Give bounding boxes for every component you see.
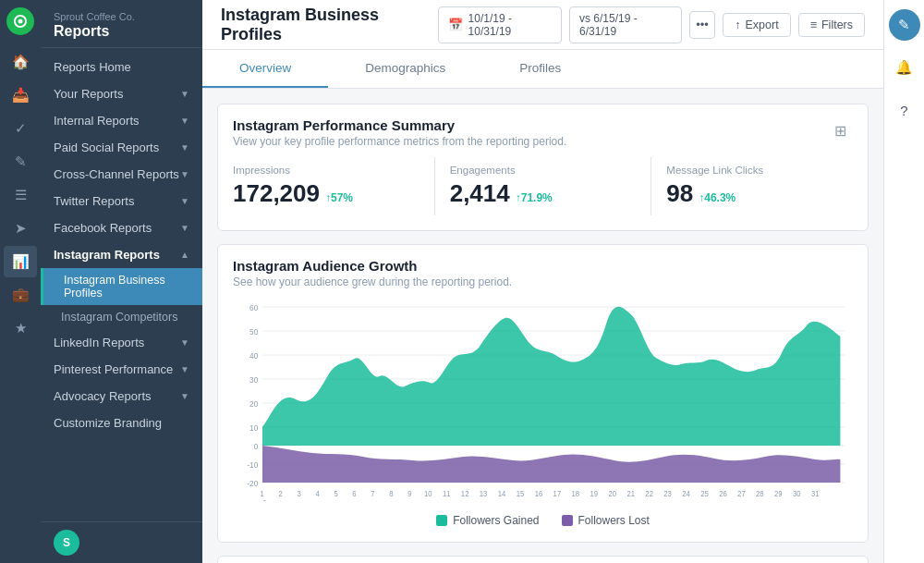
sidebar-item-advocacy-reports[interactable]: Advocacy Reports ▼ <box>41 383 202 410</box>
svg-point-0 <box>18 19 23 24</box>
nav-icon-send[interactable]: ➤ <box>4 213 37 244</box>
tab-profiles[interactable]: Profiles <box>482 50 598 88</box>
legend-lost: Followers Lost <box>562 514 650 527</box>
edit-button[interactable]: ✎ <box>889 9 920 41</box>
engagements-label: Engagements <box>450 165 637 176</box>
svg-text:8: 8 <box>389 490 394 498</box>
nav-icon-reports[interactable]: 📊 <box>4 246 37 277</box>
impressions-change: 57% <box>325 191 353 204</box>
app-title: Reports <box>54 23 189 40</box>
nav-icon-briefcase[interactable]: 💼 <box>4 279 37 311</box>
svg-text:20: 20 <box>249 399 258 409</box>
nav-icon-compose[interactable]: ✎ <box>4 146 37 177</box>
metric-impressions: Impressions 172,209 57% <box>218 157 435 215</box>
nav-icon-star[interactable]: ★ <box>4 312 37 344</box>
svg-text:14: 14 <box>498 490 506 498</box>
svg-text:23: 23 <box>663 490 672 498</box>
svg-text:30: 30 <box>249 375 258 385</box>
svg-text:11: 11 <box>443 490 451 498</box>
more-options-button[interactable]: ••• <box>689 11 715 39</box>
nav-icon-tasks[interactable]: ✓ <box>4 113 37 144</box>
sidebar-item-customize-branding[interactable]: Customize Branding <box>41 410 202 436</box>
performance-summary-card: Instagram Performance Summary View your … <box>217 104 869 231</box>
chevron-icon: ▼ <box>180 337 189 348</box>
legend-gained: Followers Gained <box>436 514 539 527</box>
date-range-current[interactable]: 📅 10/1/19 - 10/31/19 <box>438 6 562 43</box>
date-range-compare[interactable]: vs 6/15/19 - 6/31/19 <box>569 6 682 43</box>
main-content: Instagram Business Profiles 📅 10/1/19 - … <box>202 0 883 563</box>
nav-icon-calendar[interactable]: ☰ <box>4 179 37 211</box>
sidebar-item-paid-social[interactable]: Paid Social Reports ▼ <box>41 134 202 161</box>
svg-text:-10: -10 <box>247 460 258 470</box>
sidebar-item-internal-reports[interactable]: Internal Reports ▼ <box>41 107 202 134</box>
filters-icon: ≡ <box>810 18 817 31</box>
sidebar-footer: S <box>41 521 202 563</box>
tab-demographics[interactable]: Demographics <box>328 50 482 88</box>
message-link-change: 46.3% <box>699 191 736 204</box>
svg-text:20: 20 <box>608 490 616 498</box>
sidebar-item-facebook-reports[interactable]: Facebook Reports ▼ <box>41 214 202 241</box>
filters-button[interactable]: ≡ Filters <box>798 13 865 37</box>
svg-text:10: 10 <box>424 490 432 498</box>
audience-growth-chart: 60 50 40 30 20 10 0 -10 -20 <box>233 298 853 501</box>
svg-text:13: 13 <box>480 490 488 498</box>
summary-title: Instagram Performance Summary <box>233 117 566 133</box>
metric-message-link-clicks: Message Link Clicks 98 46.3% <box>651 157 868 215</box>
chevron-icon: ▼ <box>180 196 189 206</box>
sidebar-item-linkedin-reports[interactable]: LinkedIn Reports ▼ <box>41 329 202 356</box>
export-button[interactable]: ↑ Export <box>723 13 790 37</box>
user-avatar[interactable]: S <box>54 530 79 556</box>
grid-view-icon[interactable]: ⊞ <box>827 117 853 143</box>
legend-gained-label: Followers Gained <box>453 514 539 527</box>
svg-text:27: 27 <box>737 490 746 498</box>
summary-subtitle: View your key profile performance metric… <box>233 135 566 148</box>
help-button[interactable]: ? <box>889 94 920 126</box>
sidebar-item-instagram-business-profiles[interactable]: Instagram Business Profiles <box>41 268 202 305</box>
chart-title: Instagram Audience Growth <box>233 258 853 274</box>
svg-text:21: 21 <box>626 490 635 498</box>
chart-legend: Followers Gained Followers Lost <box>233 510 853 532</box>
svg-text:12: 12 <box>461 490 469 498</box>
impressions-label: Impressions <box>233 165 419 176</box>
sidebar-item-reports-home[interactable]: Reports Home <box>41 54 202 80</box>
svg-text:4: 4 <box>315 490 320 498</box>
legend-lost-label: Followers Lost <box>578 514 650 527</box>
svg-text:25: 25 <box>700 490 709 498</box>
svg-text:-20: -20 <box>247 479 258 488</box>
topbar: Instagram Business Profiles 📅 10/1/19 - … <box>202 0 883 50</box>
tab-overview[interactable]: Overview <box>202 50 328 88</box>
notification-button[interactable]: 🔔 <box>889 52 920 83</box>
svg-text:6: 6 <box>352 490 357 498</box>
chart-subtitle: See how your audience grew during the re… <box>233 275 853 288</box>
audience-metrics-table: Audience Metrics Totals % Change Followe… <box>217 556 869 563</box>
content-area: Instagram Performance Summary View your … <box>202 89 883 563</box>
svg-text:40: 40 <box>249 351 258 361</box>
chevron-icon: ▼ <box>180 89 189 99</box>
svg-text:9: 9 <box>407 490 412 498</box>
date-compare: vs 6/15/19 - 6/31/19 <box>579 12 672 38</box>
sidebar: Sprout Coffee Co. Reports Reports Home Y… <box>41 0 202 563</box>
company-name: Sprout Coffee Co. <box>54 11 189 22</box>
svg-text:18: 18 <box>572 490 580 498</box>
chevron-icon: ▼ <box>180 142 189 153</box>
nav-icon-home[interactable]: 🏠 <box>4 46 37 78</box>
svg-text:Jan: Jan <box>262 498 274 501</box>
table-header: Audience Metrics Totals % Change <box>218 557 868 563</box>
svg-text:3: 3 <box>297 490 301 498</box>
nav-icon-inbox[interactable]: 📥 <box>4 80 37 111</box>
sidebar-item-instagram-competitors[interactable]: Instagram Competitors <box>41 305 202 329</box>
sidebar-item-pinterest-performance[interactable]: Pinterest Performance ▼ <box>41 356 202 383</box>
sidebar-item-instagram-reports[interactable]: Instagram Reports ▲ <box>41 241 202 268</box>
svg-text:17: 17 <box>553 490 562 498</box>
right-icon-bar: ✎ 🔔 ? <box>883 0 924 563</box>
tabs-bar: Overview Demographics Profiles <box>202 50 883 89</box>
sidebar-item-twitter-reports[interactable]: Twitter Reports ▼ <box>41 188 202 214</box>
metrics-row: Impressions 172,209 57% Engagements 2,41… <box>218 157 868 230</box>
calendar-icon: 📅 <box>448 18 463 31</box>
chevron-icon: ▼ <box>180 116 189 126</box>
sidebar-item-your-reports[interactable]: Your Reports ▼ <box>41 80 202 107</box>
chevron-icon: ▼ <box>180 391 189 401</box>
svg-text:30: 30 <box>793 490 801 498</box>
engagements-value: 2,414 71.9% <box>450 179 637 208</box>
sidebar-item-cross-channel[interactable]: Cross-Channel Reports ▼ <box>41 161 202 188</box>
